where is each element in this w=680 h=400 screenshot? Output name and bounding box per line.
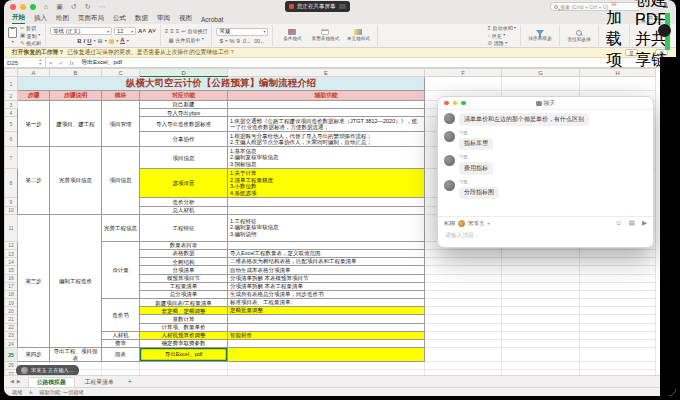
column-header-H[interactable]: H bbox=[580, 69, 656, 77]
merge-center-button[interactable]: ▦合并后居中 ▾ bbox=[169, 37, 204, 44]
conditional-formatting-button[interactable]: 条件格式 bbox=[277, 29, 307, 41]
cell[interactable] bbox=[228, 323, 425, 331]
cell[interactable] bbox=[425, 274, 502, 282]
row-header[interactable]: 7 bbox=[5, 147, 18, 169]
row-header[interactable]: 14 bbox=[5, 258, 18, 266]
cell[interactable]: 费率 bbox=[102, 340, 140, 348]
row-header[interactable]: 24 bbox=[5, 340, 18, 348]
menu-tab-插入[interactable]: 插入 bbox=[34, 14, 47, 24]
cell[interactable]: 1.工程特征 2.编制复核审核信息 3.编制说明 bbox=[228, 214, 425, 241]
cell[interactable] bbox=[502, 370, 580, 376]
cell[interactable] bbox=[580, 340, 656, 348]
cell[interactable]: 自己新建 bbox=[140, 101, 228, 109]
cell[interactable]: 工程特征 bbox=[140, 214, 228, 241]
cell[interactable] bbox=[102, 370, 140, 376]
cut-button[interactable]: ✂剪切 bbox=[20, 25, 41, 32]
cell[interactable]: 项目信息 bbox=[102, 147, 140, 214]
cell[interactable]: 全树结构 bbox=[140, 258, 228, 266]
cell[interactable] bbox=[580, 258, 656, 266]
row-header[interactable]: 22 bbox=[5, 323, 18, 331]
search-input[interactable]: 搜索 (Cmd + Ctrl + U) bbox=[550, 2, 642, 11]
decrease-font-button[interactable]: A˅ bbox=[148, 28, 156, 34]
more-icon[interactable]: ⋯ bbox=[99, 3, 106, 10]
cell[interactable] bbox=[580, 282, 656, 290]
cell[interactable] bbox=[502, 258, 580, 266]
column-header-A[interactable]: A bbox=[18, 69, 50, 77]
cell[interactable]: 分项清单拆解 本表模预算项目节 bbox=[228, 274, 425, 282]
menu-tab-开始[interactable]: 开始 bbox=[12, 13, 25, 24]
cell[interactable] bbox=[425, 331, 502, 339]
cell[interactable]: 工程量清单 bbox=[140, 282, 228, 290]
cell[interactable] bbox=[502, 282, 580, 290]
cell-styles-button[interactable]: 单元格样式 bbox=[343, 29, 373, 41]
column-header-C[interactable]: C bbox=[102, 69, 140, 77]
cell[interactable] bbox=[228, 315, 425, 323]
cell[interactable]: 设计量 bbox=[102, 241, 140, 298]
table-header-cell[interactable]: 辅助功能 bbox=[228, 91, 425, 101]
cell[interactable] bbox=[425, 258, 502, 266]
cell[interactable]: 智能材价 bbox=[228, 331, 425, 339]
row-header[interactable]: 16 bbox=[5, 274, 18, 282]
cell[interactable] bbox=[580, 361, 656, 369]
cell[interactable] bbox=[580, 266, 656, 274]
cell[interactable]: 模预算项目节 bbox=[140, 274, 228, 282]
font-size-select[interactable]: 12▾ bbox=[114, 27, 136, 35]
chat-mode-label[interactable]: 私聊 bbox=[444, 220, 455, 227]
row-header[interactable]: 4 bbox=[5, 109, 18, 117]
cell[interactable] bbox=[502, 249, 580, 257]
paste-button[interactable]: ▾ bbox=[8, 27, 17, 44]
cell[interactable]: 人材机 bbox=[102, 331, 140, 339]
chat-target-name[interactable]: 宋某玉 bbox=[468, 220, 485, 227]
column-header-B[interactable]: B bbox=[50, 69, 102, 77]
cell[interactable]: 分享协作 bbox=[140, 132, 228, 147]
cell[interactable]: 总分项清单 bbox=[140, 290, 228, 298]
floating-widget-button[interactable] bbox=[658, 24, 671, 37]
cell[interactable]: 表格数据 bbox=[140, 249, 228, 257]
menu-tab-绘图[interactable]: 绘图 bbox=[56, 14, 69, 24]
cell[interactable]: 1.关于计算 2.清单工程量精度 3.小数位数 4.系统选项 bbox=[228, 169, 425, 198]
fill-button[interactable]: ↓填充 ▾ bbox=[488, 32, 516, 39]
cell[interactable] bbox=[502, 299, 580, 307]
cell[interactable] bbox=[502, 340, 580, 348]
row-header[interactable]: 20 bbox=[5, 307, 18, 315]
cancel-entry-icon[interactable]: × bbox=[49, 60, 53, 66]
row-header[interactable]: 10 bbox=[5, 206, 18, 214]
chat-input[interactable]: 请输入消息... bbox=[438, 229, 653, 247]
cell[interactable]: 标准项目表、工程量清单, bbox=[228, 299, 425, 307]
cell[interactable]: 第三步 bbox=[18, 214, 50, 347]
sheet-tab-公路模拟题[interactable]: 公路模拟题 bbox=[28, 377, 75, 387]
row-header[interactable]: 1 bbox=[5, 77, 18, 91]
align-left-icon[interactable]: ≡ bbox=[165, 28, 169, 34]
row-header[interactable]: 3 bbox=[5, 101, 18, 109]
cell[interactable] bbox=[580, 323, 656, 331]
cell[interactable] bbox=[425, 340, 502, 348]
cell[interactable] bbox=[228, 241, 425, 249]
cell[interactable]: 选项设置 bbox=[140, 169, 228, 198]
cell[interactable]: 造价分析 bbox=[140, 198, 228, 206]
cell[interactable]: 1.基本信息 2.编制复核审核信息 3.招标信息 bbox=[228, 147, 425, 169]
cell[interactable]: 第二步 bbox=[18, 147, 50, 214]
autosum-button[interactable]: Σ自动求和 ▾ bbox=[488, 25, 516, 32]
row-header[interactable]: 21 bbox=[5, 315, 18, 323]
percent-button[interactable]: % bbox=[229, 38, 234, 44]
cell[interactable] bbox=[425, 361, 502, 369]
save-icon[interactable]: ▣ bbox=[56, 3, 63, 10]
cell[interactable]: 完善工程信息 bbox=[102, 214, 140, 241]
clear-button[interactable]: ⊘清除 ▾ bbox=[488, 40, 516, 47]
chat-bubble[interactable]: 费用指标 bbox=[459, 162, 493, 175]
cell[interactable] bbox=[228, 206, 425, 214]
cell[interactable]: 导出Excel、pdf bbox=[140, 348, 228, 362]
cell[interactable] bbox=[580, 315, 656, 323]
cell[interactable]: 导入导出ybpx bbox=[140, 109, 228, 117]
cell[interactable]: 计算项、数量单价 bbox=[140, 323, 228, 331]
row-header[interactable]: 2 bbox=[5, 91, 18, 101]
find-select-button[interactable]: 查找和选择 bbox=[564, 30, 594, 42]
cell[interactable]: 导入Excel工程数量表，定义取值范围 bbox=[228, 249, 425, 257]
underline-button[interactable]: U bbox=[87, 38, 91, 44]
column-header-G[interactable]: G bbox=[502, 69, 580, 77]
cell[interactable]: 项目信息 bbox=[140, 147, 228, 169]
cell[interactable] bbox=[425, 266, 502, 274]
bold-button[interactable]: B bbox=[77, 38, 81, 44]
chevron-down-icon[interactable]: ▾ bbox=[488, 221, 490, 226]
close-window-icon[interactable] bbox=[10, 4, 16, 10]
